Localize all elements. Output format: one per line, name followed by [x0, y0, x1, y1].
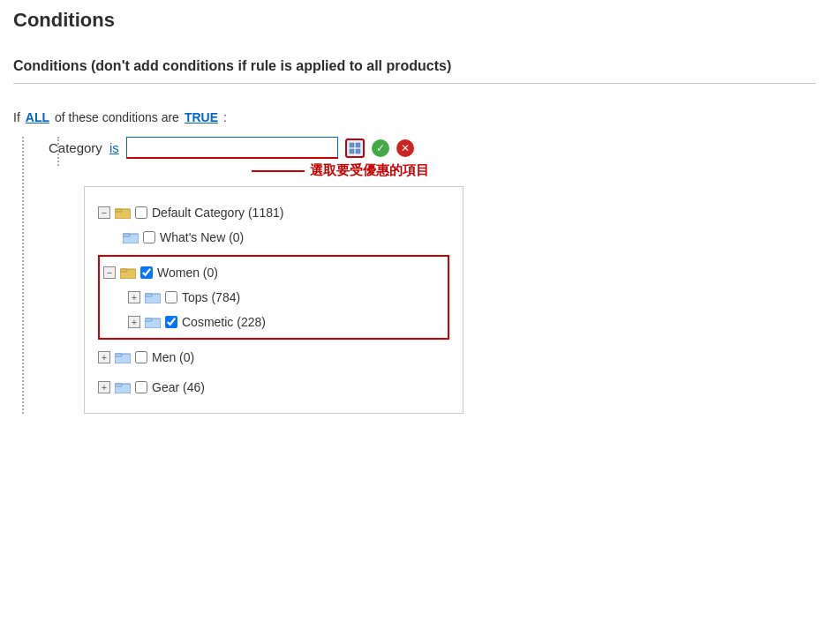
svg-rect-15: [115, 354, 122, 356]
tree-panel: − Default Category (1181) What's New (0): [84, 186, 463, 414]
tree-item-tops: + Tops (784): [128, 285, 444, 310]
tree-item-women: − Women (0): [103, 260, 444, 285]
annotation-text: 選取要受優惠的項目: [310, 162, 429, 179]
svg-rect-1: [356, 143, 360, 147]
checkbox-men[interactable]: [135, 351, 147, 363]
condition-row-wrapper: Category is ✓ ✕ 選取要受優惠的項目: [13, 137, 816, 414]
svg-rect-13: [145, 318, 152, 321]
toggle-men[interactable]: +: [98, 351, 110, 363]
label-gear[interactable]: Gear (46): [152, 380, 205, 394]
connector-line: [22, 137, 24, 414]
checkbox-whatsnew[interactable]: [143, 231, 155, 243]
checkbox-tops[interactable]: [165, 291, 177, 303]
toggle-tops[interactable]: +: [128, 291, 140, 303]
label-default[interactable]: Default Category (1181): [152, 206, 283, 220]
folder-open-default: [115, 206, 131, 219]
middle-label: of these conditions are: [55, 110, 179, 124]
tree-item-whatsnew-wrapper: What's New (0): [98, 225, 449, 250]
confirm-icon[interactable]: ✓: [372, 139, 389, 157]
tree-item-tops-wrapper: + Tops (784): [103, 285, 444, 310]
label-whatsnew[interactable]: What's New (0): [160, 230, 244, 244]
svg-rect-2: [350, 149, 354, 154]
conditions-area: If ALL of these conditions are TRUE : Ca…: [13, 101, 816, 423]
svg-rect-5: [115, 209, 122, 212]
svg-rect-3: [356, 149, 360, 154]
page-title: Conditions: [13, 9, 816, 32]
checkbox-cosmetic[interactable]: [165, 316, 177, 328]
tree-item-gear: + Gear (46): [98, 375, 449, 400]
tree-item-cosmetic: + Cosmetic (228): [128, 310, 444, 334]
svg-rect-0: [350, 143, 354, 147]
if-label: If: [13, 110, 20, 124]
label-tops[interactable]: Tops (784): [182, 290, 240, 304]
if-all-line: If ALL of these conditions are TRUE :: [13, 110, 816, 124]
category-label: Category: [49, 140, 102, 155]
svg-rect-11: [145, 294, 152, 296]
all-label[interactable]: ALL: [26, 110, 49, 124]
checkbox-gear[interactable]: [135, 381, 147, 393]
toggle-cosmetic[interactable]: +: [128, 316, 140, 328]
folder-open-women: [120, 266, 136, 279]
folder-closed-cosmetic: [145, 316, 161, 328]
chooser-icon[interactable]: [345, 139, 365, 158]
chooser-svg: [349, 142, 361, 154]
svg-rect-17: [115, 384, 122, 386]
annotation-line: [252, 170, 305, 172]
svg-rect-7: [123, 234, 130, 236]
annotation-area: 選取要受優惠的項目: [252, 162, 816, 179]
toggle-women[interactable]: −: [103, 266, 116, 279]
condition-row: Category is ✓ ✕: [49, 137, 816, 159]
tree-item-default: − Default Category (1181): [98, 200, 449, 225]
label-women[interactable]: Women (0): [157, 266, 218, 280]
true-label[interactable]: TRUE: [185, 110, 218, 124]
cancel-icon[interactable]: ✕: [396, 139, 414, 157]
toggle-default[interactable]: −: [98, 206, 110, 219]
folder-closed-whatsnew: [123, 231, 139, 243]
checkbox-women[interactable]: [140, 266, 153, 279]
label-men[interactable]: Men (0): [152, 350, 194, 364]
tree-item-whatsnew: What's New (0): [123, 225, 449, 250]
checkbox-default[interactable]: [135, 206, 147, 219]
category-value-input[interactable]: [126, 137, 338, 159]
tree-item-men: + Men (0): [98, 345, 449, 370]
section-header: Conditions (don't add conditions if rule…: [13, 58, 816, 84]
folder-closed-tops: [145, 291, 161, 303]
folder-closed-men: [115, 351, 131, 363]
label-cosmetic[interactable]: Cosmetic (228): [182, 315, 266, 329]
colon: :: [223, 110, 227, 124]
highlighted-women-group: − Women (0) +: [98, 255, 449, 340]
tree-item-cosmetic-wrapper: + Cosmetic (228): [103, 310, 444, 334]
svg-rect-9: [120, 269, 127, 272]
is-link[interactable]: is: [109, 140, 119, 155]
folder-closed-gear: [115, 381, 131, 393]
toggle-gear[interactable]: +: [98, 381, 110, 393]
